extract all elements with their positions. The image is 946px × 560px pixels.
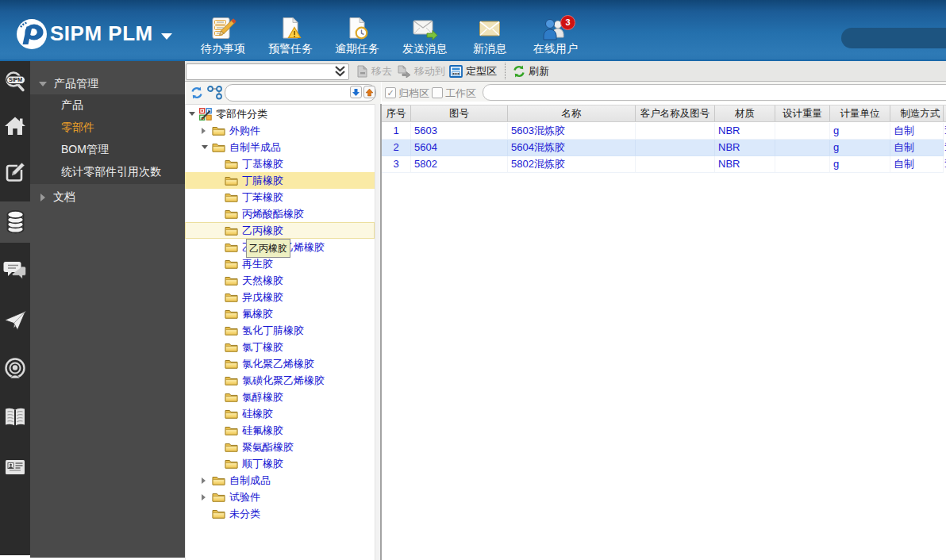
svg-text:SIPM: SIPM (9, 77, 22, 82)
